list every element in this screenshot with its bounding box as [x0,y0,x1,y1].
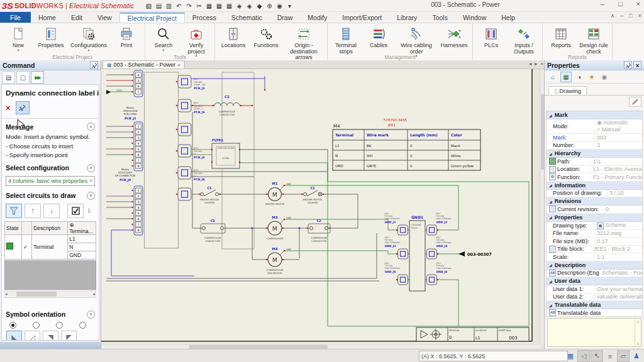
snap-cursor-icon[interactable]: ↖ [591,350,603,362]
minimize-button[interactable]: – [601,0,604,8]
row-function[interactable]: ⚙Function:F1 - Primary Function [547,173,642,182]
tab-next-icon[interactable]: ▸ [535,61,537,67]
undo-icon[interactable]: ↶ [175,3,184,9]
row-user-data-2[interactable]: User data 2:valuable deliverable/re [547,293,642,302]
menu-view[interactable]: View [90,12,119,23]
col-description[interactable]: Description [32,221,68,234]
section-properties[interactable]: ◢Properties [547,214,642,222]
doc-close-icon[interactable]: × [638,13,641,19]
paste-special-icon[interactable]: ▦ [225,3,234,9]
panel-close-icon[interactable]: × [633,61,641,69]
menu-modify[interactable]: Modify [300,12,335,23]
origin-destination-arrows-button[interactable]: Origin - destination arrows▾ [282,25,325,64]
move-up-button[interactable]: ↑ [25,204,41,218]
orientation-button[interactable]: ◣ [6,331,22,341]
symbol-orientation-header[interactable]: Symbol orientation « [2,307,99,321]
select-configuration-header[interactable]: Select configuration « [2,160,99,174]
edit-pencil-icon[interactable] [629,97,641,107]
menu-electrical-project[interactable]: Electrical Project [119,12,185,23]
row-drawing-type[interactable]: Drawing type:▦ Scheme [547,222,642,230]
home-icon[interactable]: ⌂ [548,72,558,82]
lock-icon[interactable]: ◉ [599,72,609,82]
user-icon[interactable]: ◉ [275,3,284,9]
row-user-data-1[interactable]: User data 1:Give your schematic th [547,285,642,293]
new-button[interactable]: New▾ [2,25,35,52]
harnesses-button[interactable]: Harnesses [438,25,470,49]
save-icon[interactable]: ▤ [155,3,164,9]
orientation-button[interactable]: ◿ [25,331,40,341]
filter-button[interactable] [6,204,22,218]
restore-button[interactable]: □ [618,0,623,8]
perspective-icon[interactable]: ◁ [577,350,590,362]
schematic-drawing[interactable]: GNYE 45671234567812345678 JEE1TSP-001COM… [101,69,540,343]
zoom-out-icon[interactable]: ◈ [245,3,254,9]
draw-mode-icon[interactable]: ▱ [617,350,630,362]
table-row[interactable]: ✓ Terminal L1 [5,234,96,243]
favorites-icon[interactable]: ★ [587,72,597,82]
orientation-button[interactable]: ◥ [43,331,58,341]
notes-box[interactable]: ∧∨ [547,318,641,347]
panel-pin-icon[interactable] [90,61,98,69]
menu-file[interactable]: File [0,12,31,23]
functions-button[interactable]: Functions [250,25,282,49]
row-file-name[interactable]: File name:3212.ewg [547,230,642,238]
orientation-radio[interactable] [56,322,63,329]
verify-project-button[interactable]: Verify project▾ [180,25,213,58]
table-hscrollbar[interactable]: ◂▸ [4,290,96,298]
configuration-select[interactable]: 4 columns- basic wire properties˅ [6,176,95,186]
section-mark[interactable]: ◢Mark [547,111,642,119]
run-command-icon[interactable]: ▶▶ [31,71,44,84]
row-revision[interactable]: Current revision:0 [547,206,642,214]
browser-icon[interactable]: ◑ [574,72,584,82]
section-information[interactable]: ◢Information [547,182,642,190]
section-hierarchy[interactable]: ◢Hierarchy [547,150,642,158]
row-position[interactable]: Position of drawing:3 / 10 [547,190,642,198]
terminal-cell[interactable]: N [68,243,96,251]
print-button[interactable]: Print [110,25,143,49]
user-mode-icon[interactable]: ♟ [630,350,643,362]
row-checkbox[interactable]: ✓ [22,234,32,259]
radio-automatic[interactable]: ◉ Automatic [597,119,628,126]
move-down-button[interactable]: ↓ [43,204,60,218]
collapse-icon[interactable]: « [87,192,95,200]
search-button[interactable]: Search▾ [147,25,180,52]
orientation-button[interactable]: ◤ [61,331,77,341]
count-field[interactable]: 1 [87,207,91,214]
tab-close-all-icon[interactable]: × [540,61,543,67]
pin-command-button[interactable] [16,101,30,114]
print-icon[interactable]: ▥ [165,3,174,9]
drawing-canvas[interactable]: GNYE 45671234567812345678 JEE1TSP-001COM… [101,69,540,344]
row-mode[interactable]: Mode: ◉ Automatic○ Manual [547,119,642,134]
close-button[interactable]: × [636,0,640,8]
row-path[interactable]: Path:1\1 [547,158,642,166]
menu-window[interactable]: Window [455,12,494,23]
terminal-cell[interactable]: L1 [68,234,96,243]
section-user-data[interactable]: ◢User data [547,277,642,285]
collapse-icon[interactable]: « [87,310,95,319]
select-circuits-header[interactable]: Select circuits to draw « [2,188,99,202]
row-translatable-1[interactable]: ABTranslatable data [547,309,642,317]
menu-tools[interactable]: Tools [425,12,455,23]
properties-view-icon[interactable]: ▦ [560,72,572,82]
tab-drawing[interactable]: ▯Drawing [548,86,587,95]
orientation-radio[interactable] [9,322,16,329]
menu-process[interactable]: Process [185,12,224,23]
dropdown-caret-icon[interactable]: ▾ [162,49,164,52]
row-scale[interactable]: Scale:1:1 [547,253,642,261]
ribbon-collapse-icon[interactable]: ∧ [611,13,615,19]
col-state[interactable]: State [5,221,22,234]
grid-toggle-icon[interactable]: ▦ [564,350,577,362]
row-location[interactable]: Location:L1 - Electric Avenue Ba [547,166,642,174]
selection-frame-icon[interactable]: ▢ [16,71,30,84]
document-tab[interactable]: ▦ 003 - Schematic - Power × [103,60,185,69]
cancel-command-button[interactable]: × [6,103,11,112]
plcs-button[interactable]: PLCs [475,25,508,49]
collapse-icon[interactable]: « [87,123,95,131]
new-icon[interactable]: ▧ [145,3,153,9]
zoom-in-icon[interactable]: ◈ [235,3,244,9]
row-mark[interactable]: Mark:003 [547,134,642,142]
notes-scrollbar[interactable]: ∧∨ [635,319,641,346]
tab-close-icon[interactable]: × [177,62,180,68]
menu-draw[interactable]: Draw [270,12,301,23]
reports-button[interactable]: Reports [545,25,577,49]
